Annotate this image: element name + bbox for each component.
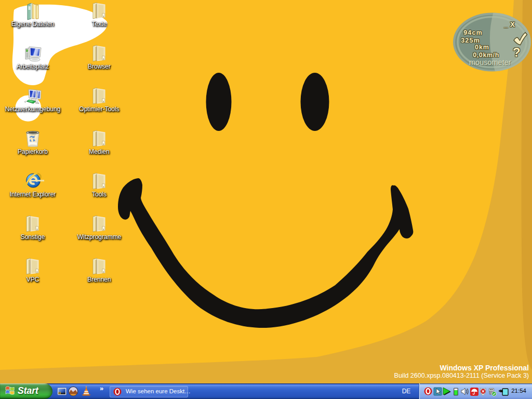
svg-text:»: »: [100, 384, 103, 392]
svg-text:?: ?: [513, 45, 521, 59]
svg-text:_X: _X: [503, 20, 517, 29]
svg-text:mousometer: mousometer: [469, 58, 511, 66]
svg-text:0km: 0km: [475, 44, 489, 51]
svg-text:94cm: 94cm: [463, 29, 483, 36]
svg-text:325m: 325m: [461, 37, 480, 44]
